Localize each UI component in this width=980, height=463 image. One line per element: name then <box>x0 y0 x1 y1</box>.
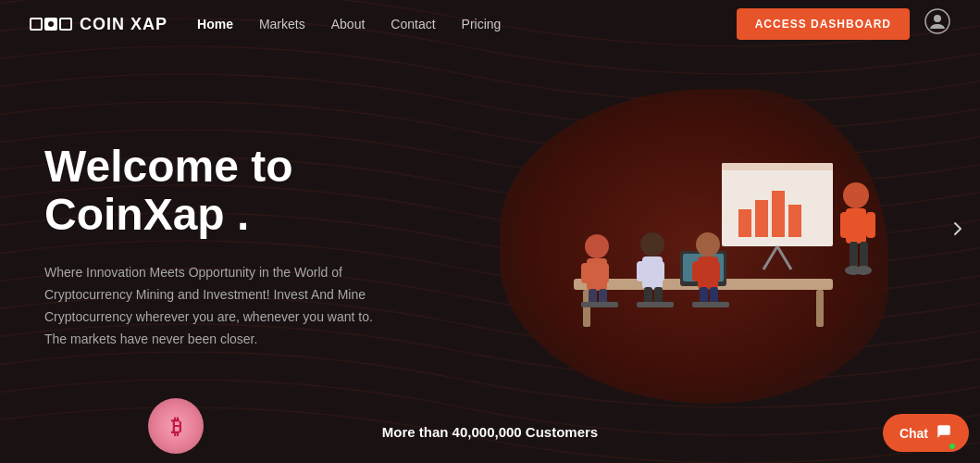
svg-rect-19 <box>866 212 875 238</box>
svg-rect-39 <box>711 261 720 282</box>
svg-point-16 <box>843 182 869 208</box>
svg-rect-7 <box>788 205 801 237</box>
svg-rect-4 <box>738 209 751 237</box>
svg-rect-6 <box>772 191 785 237</box>
svg-point-24 <box>585 234 609 258</box>
nav-links: Home Markets About Contact Pricing <box>197 16 501 32</box>
hero-title: Welcome to CoinXap . <box>44 143 396 241</box>
logo-box-outline2 <box>59 18 72 31</box>
svg-rect-38 <box>692 261 701 282</box>
navbar: COIN XAP Home Markets About Contact Pric… <box>0 0 980 48</box>
svg-rect-20 <box>850 242 858 269</box>
access-dashboard-button[interactable]: ACCESS DASHBOARD <box>737 8 910 40</box>
svg-rect-26 <box>581 263 590 283</box>
chat-label: Chat <box>899 426 928 441</box>
nav-item-contact[interactable]: Contact <box>391 16 435 32</box>
navbar-left: COIN XAP Home Markets About Contact Pric… <box>30 15 501 34</box>
svg-point-36 <box>696 232 720 257</box>
nav-item-home[interactable]: Home <box>197 16 233 32</box>
meeting-illustration <box>500 107 888 385</box>
svg-rect-27 <box>600 263 609 283</box>
hero-title-line1: Welcome to <box>44 142 293 191</box>
nav-link-pricing[interactable]: Pricing <box>462 17 502 31</box>
svg-rect-42 <box>581 302 618 307</box>
navbar-right: ACCESS DASHBOARD <box>737 8 950 40</box>
svg-point-23 <box>855 266 872 275</box>
hero-text: Welcome to CoinXap . Where Innovation Me… <box>44 143 396 351</box>
svg-point-30 <box>640 232 664 257</box>
svg-rect-43 <box>637 302 674 307</box>
svg-rect-12 <box>816 290 824 327</box>
svg-text:₿: ₿ <box>171 415 181 438</box>
logo-text: COIN XAP <box>80 15 167 34</box>
svg-line-9 <box>777 246 791 269</box>
hero-title-line2: CoinXap . <box>44 190 249 239</box>
customers-text: More than 40,000,000 Customers <box>382 424 598 440</box>
bitcoin-icon: ₿ <box>148 398 204 454</box>
svg-rect-18 <box>840 212 850 238</box>
nav-link-contact[interactable]: Contact <box>391 17 435 31</box>
svg-line-8 <box>763 246 777 269</box>
chat-icon <box>936 423 952 443</box>
svg-rect-44 <box>692 302 729 307</box>
hero-illustration <box>452 107 936 385</box>
nav-item-markets[interactable]: Markets <box>259 16 305 32</box>
nav-link-home[interactable]: Home <box>197 17 233 31</box>
nav-link-markets[interactable]: Markets <box>259 17 305 31</box>
svg-point-1 <box>934 15 941 22</box>
online-indicator <box>949 443 956 450</box>
main-content: Welcome to CoinXap . Where Innovation Me… <box>0 48 980 417</box>
logo-box-outline <box>30 18 43 31</box>
user-account-button[interactable] <box>924 8 950 40</box>
next-slide-button[interactable] <box>947 218 969 245</box>
logo-icon <box>30 18 72 31</box>
user-icon <box>924 8 950 40</box>
nav-link-about[interactable]: About <box>331 17 366 31</box>
svg-rect-33 <box>655 261 664 282</box>
nav-item-about[interactable]: About <box>331 16 366 32</box>
svg-rect-21 <box>860 242 868 269</box>
logo-box-filled <box>44 18 57 31</box>
svg-rect-3 <box>722 163 833 170</box>
logo-dot <box>48 21 54 27</box>
hero-description: Where Innovation Meets Opportunity in th… <box>44 262 378 350</box>
logo[interactable]: COIN XAP <box>30 15 167 34</box>
nav-item-pricing[interactable]: Pricing <box>462 16 502 32</box>
svg-rect-5 <box>755 200 768 237</box>
chat-button[interactable]: Chat <box>883 414 969 452</box>
svg-rect-32 <box>637 261 646 282</box>
customers-bar: More than 40,000,000 Customers <box>0 417 980 447</box>
